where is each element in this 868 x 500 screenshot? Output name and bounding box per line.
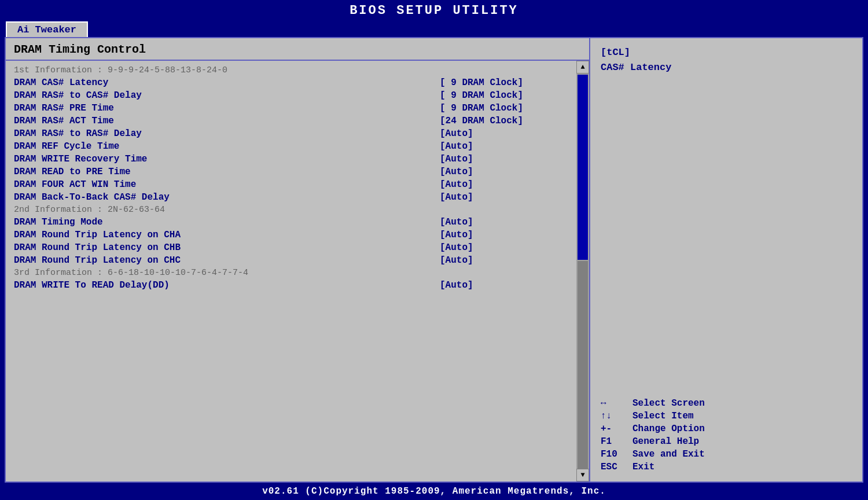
setting-value-14[interactable]: [Auto] bbox=[440, 242, 567, 253]
setting-row-3[interactable]: DRAM RAS# PRE Time[ 9 DRAM Clock] bbox=[6, 102, 575, 115]
setting-value-15[interactable]: [Auto] bbox=[440, 255, 567, 266]
setting-value-10[interactable]: [Auto] bbox=[440, 192, 567, 203]
setting-value-12[interactable]: [Auto] bbox=[440, 217, 567, 227]
setting-value-1[interactable]: [ 9 DRAM Clock] bbox=[440, 78, 567, 88]
setting-row-12[interactable]: DRAM Timing Mode[Auto] bbox=[6, 216, 575, 229]
title-bar: BIOS SETUP UTILITY bbox=[0, 0, 868, 20]
setting-name-1: DRAM CAS# Latency bbox=[14, 78, 440, 88]
settings-list: 1st Information : 9-9-9-24-5-88-13-8-24-… bbox=[6, 61, 589, 481]
key-row-1: ↑↓Select Item bbox=[601, 411, 852, 421]
setting-value-3[interactable]: [ 9 DRAM Clock] bbox=[440, 103, 567, 113]
setting-name-4: DRAM RAS# ACT Time bbox=[14, 116, 440, 126]
setting-name-15: DRAM Round Trip Latency on CHC bbox=[14, 255, 440, 266]
setting-row-4[interactable]: DRAM RAS# ACT Time[24 DRAM Clock] bbox=[6, 115, 575, 127]
setting-row-15[interactable]: DRAM Round Trip Latency on CHC[Auto] bbox=[6, 254, 575, 267]
help-line-1: [tCL] bbox=[601, 45, 852, 60]
scrollbar-thumb[interactable] bbox=[578, 75, 588, 260]
key-symbol-1: ↑↓ bbox=[601, 411, 632, 421]
key-desc-5: Exit bbox=[632, 462, 654, 472]
setting-row-14[interactable]: DRAM Round Trip Latency on CHB[Auto] bbox=[6, 241, 575, 254]
key-desc-3: General Help bbox=[632, 436, 699, 447]
setting-row-0: 1st Information : 9-9-9-24-5-88-13-8-24-… bbox=[6, 64, 575, 76]
key-symbol-3: F1 bbox=[601, 436, 632, 447]
setting-row-6[interactable]: DRAM REF Cycle Time[Auto] bbox=[6, 140, 575, 153]
setting-value-5[interactable]: [Auto] bbox=[440, 128, 567, 139]
setting-row-5[interactable]: DRAM RAS# to RAS# Delay[Auto] bbox=[6, 127, 575, 140]
setting-name-13: DRAM Round Trip Latency on CHA bbox=[14, 230, 440, 240]
key-row-5: ESCExit bbox=[601, 462, 852, 472]
panel-title: DRAM Timing Control bbox=[6, 38, 589, 61]
setting-name-2: DRAM RAS# to CAS# Delay bbox=[14, 90, 440, 101]
key-row-2: +-Change Option bbox=[601, 424, 852, 434]
setting-row-2[interactable]: DRAM RAS# to CAS# Delay[ 9 DRAM Clock] bbox=[6, 89, 575, 102]
setting-row-17[interactable]: DRAM WRITE To READ Delay(DD)[Auto] bbox=[6, 279, 575, 292]
footer: v02.61 (C)Copyright 1985-2009, American … bbox=[0, 483, 868, 500]
setting-name-5: DRAM RAS# to RAS# Delay bbox=[14, 128, 440, 139]
setting-name-10: DRAM Back-To-Back CAS# Delay bbox=[14, 192, 440, 203]
setting-name-12: DRAM Timing Mode bbox=[14, 217, 440, 227]
key-desc-2: Change Option bbox=[632, 424, 705, 434]
setting-row-11: 2nd Information : 2N-62-63-64 bbox=[6, 204, 575, 216]
setting-row-8[interactable]: DRAM READ to PRE Time[Auto] bbox=[6, 166, 575, 178]
key-symbol-5: ESC bbox=[601, 462, 632, 472]
setting-value-7[interactable]: [Auto] bbox=[440, 154, 567, 164]
setting-name-7: DRAM WRITE Recovery Time bbox=[14, 154, 440, 164]
help-info: [tCL] CAS# Latency bbox=[601, 45, 852, 75]
setting-name-14: DRAM Round Trip Latency on CHB bbox=[14, 242, 440, 253]
key-row-0: ↔Select Screen bbox=[601, 398, 852, 409]
scrollbar-up-button[interactable]: ▲ bbox=[576, 61, 589, 73]
setting-value-2[interactable]: [ 9 DRAM Clock] bbox=[440, 90, 567, 101]
scrollbar-down-button[interactable]: ▼ bbox=[576, 469, 589, 481]
setting-name-3: DRAM RAS# PRE Time bbox=[14, 103, 440, 113]
setting-value-13[interactable]: [Auto] bbox=[440, 230, 567, 240]
key-symbol-2: +- bbox=[601, 424, 632, 434]
key-desc-1: Select Item bbox=[632, 411, 694, 421]
setting-row-7[interactable]: DRAM WRITE Recovery Time[Auto] bbox=[6, 153, 575, 166]
setting-name-9: DRAM FOUR ACT WIN Time bbox=[14, 179, 440, 190]
setting-name-6: DRAM REF Cycle Time bbox=[14, 141, 440, 152]
setting-name-17: DRAM WRITE To READ Delay(DD) bbox=[14, 280, 440, 291]
scrollbar-track: ▲ ▼ bbox=[576, 61, 589, 481]
key-desc-4: Save and Exit bbox=[632, 449, 705, 459]
tab-row: Ai Tweaker bbox=[0, 20, 868, 37]
key-legend: ↔Select Screen↑↓Select Item+-Change Opti… bbox=[601, 392, 852, 475]
bios-title: BIOS SETUP UTILITY bbox=[350, 3, 518, 18]
key-symbol-0: ↔ bbox=[601, 398, 632, 409]
help-line-2: CAS# Latency bbox=[601, 60, 852, 75]
key-desc-0: Select Screen bbox=[632, 398, 705, 409]
setting-row-10[interactable]: DRAM Back-To-Back CAS# Delay[Auto] bbox=[6, 191, 575, 204]
settings-inner: 1st Information : 9-9-9-24-5-88-13-8-24-… bbox=[6, 64, 589, 292]
setting-value-9[interactable]: [Auto] bbox=[440, 179, 567, 190]
scrollbar-bottom-space bbox=[578, 261, 588, 469]
setting-value-6[interactable]: [Auto] bbox=[440, 141, 567, 152]
right-panel: [tCL] CAS# Latency ↔Select Screen↑↓Selec… bbox=[590, 38, 862, 481]
setting-row-13[interactable]: DRAM Round Trip Latency on CHA[Auto] bbox=[6, 229, 575, 241]
left-panel: DRAM Timing Control 1st Information : 9-… bbox=[6, 38, 590, 481]
key-row-3: F1General Help bbox=[601, 436, 852, 447]
setting-row-1[interactable]: DRAM CAS# Latency[ 9 DRAM Clock] bbox=[6, 76, 575, 89]
setting-value-17[interactable]: [Auto] bbox=[440, 280, 567, 291]
setting-name-8: DRAM READ to PRE Time bbox=[14, 167, 440, 177]
setting-value-4[interactable]: [24 DRAM Clock] bbox=[440, 116, 567, 126]
setting-row-9[interactable]: DRAM FOUR ACT WIN Time[Auto] bbox=[6, 178, 575, 191]
setting-value-8[interactable]: [Auto] bbox=[440, 167, 567, 177]
main-area: DRAM Timing Control 1st Information : 9-… bbox=[5, 37, 863, 483]
footer-text: v02.61 (C)Copyright 1985-2009, American … bbox=[262, 486, 606, 497]
ai-tweaker-tab[interactable]: Ai Tweaker bbox=[6, 21, 88, 37]
key-symbol-4: F10 bbox=[601, 449, 632, 459]
key-row-4: F10Save and Exit bbox=[601, 449, 852, 459]
setting-row-16: 3rd Information : 6-6-18-10-10-10-7-6-4-… bbox=[6, 267, 575, 279]
